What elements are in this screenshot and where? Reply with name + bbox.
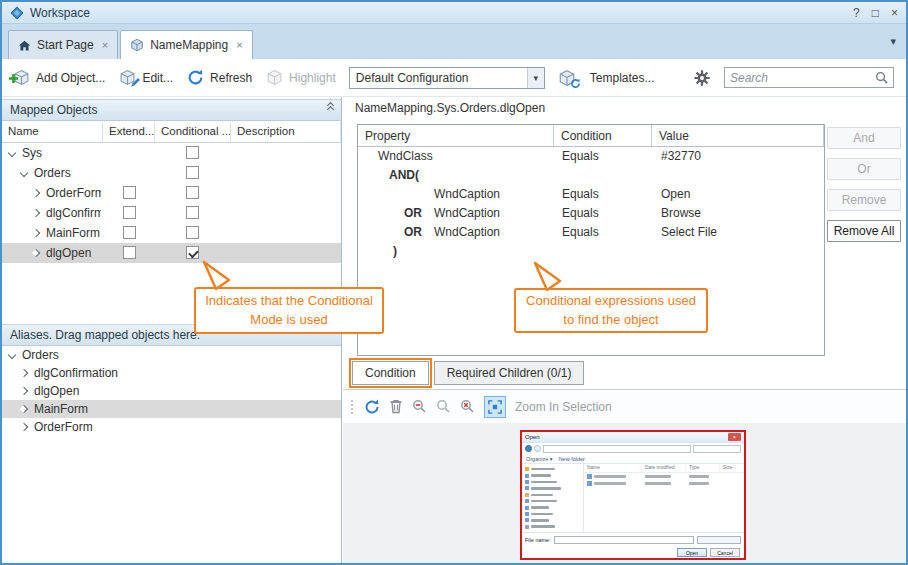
group-operator: AND( — [389, 168, 419, 182]
tree-item-dlgopen[interactable]: dlgOpen — [2, 243, 341, 263]
chevron-right-icon[interactable] — [20, 369, 28, 377]
condition-group-open[interactable]: AND( — [358, 166, 824, 185]
conditional-mode-checkbox[interactable] — [186, 146, 199, 159]
condition-row[interactable]: ORWndCaption Equals Select File — [358, 223, 824, 242]
tree-item-sys[interactable]: Sys — [2, 143, 341, 163]
extended-find-checkbox[interactable] — [123, 226, 136, 239]
chevron-right-icon[interactable] — [20, 423, 28, 431]
column-header-description[interactable]: Description — [231, 122, 341, 142]
chevron-right-icon[interactable] — [32, 209, 40, 217]
condition-row[interactable]: ORWndCaption Equals Browse — [358, 204, 824, 223]
zoom-in-selection-button[interactable] — [484, 396, 506, 418]
search-input[interactable] — [730, 71, 875, 85]
highlight-button[interactable]: Highlight — [265, 69, 336, 87]
or-button[interactable]: Or — [827, 158, 901, 180]
conditional-mode-checkbox[interactable] — [186, 166, 199, 179]
chevron-down-icon[interactable]: ▾ — [527, 68, 544, 88]
app-icon — [10, 6, 24, 20]
column-header-conditional[interactable]: Conditional ... — [155, 122, 231, 142]
tree-item-dlgconfirmation[interactable]: dlgConfirmation — [2, 203, 341, 223]
chevron-right-icon[interactable] — [20, 387, 28, 395]
close-tab-icon[interactable]: × — [236, 39, 242, 51]
object-image-thumbnail[interactable]: Open × Organize ▾ New folder — [520, 430, 746, 560]
condition-group-close[interactable]: ) — [358, 242, 824, 261]
alias-item-dlgopen[interactable]: dlgOpen — [2, 382, 341, 400]
alias-item-dlgconfirmation[interactable]: dlgConfirmation — [2, 364, 341, 382]
chevron-down-icon[interactable] — [20, 169, 28, 177]
extended-find-checkbox[interactable] — [123, 246, 136, 259]
settings-gear-icon[interactable] — [693, 69, 711, 87]
alias-item-orders[interactable]: Orders — [2, 346, 341, 364]
remove-button[interactable]: Remove — [827, 189, 901, 211]
refresh-button[interactable]: Refresh — [186, 69, 252, 87]
alias-item-mainform[interactable]: MainForm — [2, 400, 341, 418]
conditional-mode-checkbox[interactable] — [186, 246, 199, 259]
condition-row[interactable]: WndCaption Equals Open — [358, 185, 824, 204]
tree-item-orderform[interactable]: OrderForm — [2, 183, 341, 203]
column-header-extended[interactable]: Extend... — [103, 122, 155, 142]
column-header-property[interactable]: Property — [358, 125, 554, 146]
chevron-right-icon[interactable] — [32, 189, 40, 197]
chevron-down-icon[interactable] — [8, 149, 16, 157]
or-operator: OR — [404, 204, 422, 223]
remove-all-button[interactable]: Remove All — [827, 220, 901, 242]
open-button: Open — [677, 548, 707, 557]
tab-start-page[interactable]: Start Page × — [8, 30, 118, 59]
condition-row[interactable]: WndClass Equals #32770 — [358, 147, 824, 166]
tree-item-label: MainForm — [46, 223, 100, 243]
chevron-down-icon: ▾ — [550, 456, 553, 462]
collapse-pane-icon[interactable] — [328, 104, 333, 116]
chevron-right-icon[interactable] — [32, 249, 40, 257]
file-row — [584, 480, 744, 487]
condition-value: #32770 — [652, 147, 824, 166]
alias-item-orderform[interactable]: OrderForm — [2, 418, 341, 436]
conditional-mode-checkbox[interactable] — [186, 226, 199, 239]
help-button[interactable]: ? — [853, 6, 860, 20]
add-object-button[interactable]: Add Object... — [12, 69, 105, 87]
tab-condition[interactable]: Condition — [352, 361, 429, 385]
column-header-name[interactable]: Name — [2, 122, 103, 142]
zoom-in-selection-label: Zoom In Selection — [515, 400, 612, 414]
and-button[interactable]: And — [827, 127, 901, 149]
alias-item-label: MainForm — [34, 400, 88, 418]
callout-arrow — [530, 261, 564, 292]
toolbar-grip[interactable] — [351, 400, 353, 414]
manage-configurations-icon[interactable] — [558, 69, 577, 87]
tab-list-dropdown-icon[interactable]: ▾ — [890, 35, 900, 48]
file-column-size: Size — [720, 465, 736, 472]
dialog-title: Open — [525, 434, 540, 440]
conditional-mode-checkbox[interactable] — [186, 206, 199, 219]
maximize-button[interactable]: □ — [872, 6, 879, 20]
window-title: Workspace — [30, 6, 90, 20]
tab-required-children[interactable]: Required Children (0/1) — [434, 361, 585, 385]
tree-item-orders[interactable]: Orders — [2, 163, 341, 183]
delete-image-icon[interactable] — [389, 399, 403, 414]
search-icon — [875, 71, 888, 84]
tree-item-label: dlgConfirmation — [46, 203, 101, 223]
refresh-image-icon[interactable] — [364, 399, 380, 415]
extended-find-checkbox[interactable] — [123, 206, 136, 219]
zoom-out-icon[interactable] — [412, 399, 427, 414]
breadcrumb — [543, 445, 691, 453]
column-header-value[interactable]: Value — [652, 125, 824, 146]
extended-find-checkbox[interactable] — [123, 186, 136, 199]
tree-item-mainform[interactable]: MainForm — [2, 223, 341, 243]
close-button[interactable]: × — [891, 6, 898, 20]
image-toolbar: Zoom In Selection — [343, 390, 906, 423]
edit-button[interactable]: Edit... — [118, 69, 173, 87]
chevron-right-icon[interactable] — [20, 405, 28, 413]
chevron-down-icon[interactable] — [8, 351, 16, 359]
configuration-value: Default Configuration — [350, 71, 527, 85]
zoom-icon[interactable] — [436, 399, 451, 414]
column-header-condition[interactable]: Condition — [554, 125, 652, 146]
templates-button[interactable]: Templates... — [590, 71, 655, 85]
search-box[interactable] — [724, 67, 894, 88]
close-tab-icon[interactable]: × — [102, 39, 108, 51]
configuration-select[interactable]: Default Configuration ▾ — [349, 67, 545, 89]
chevron-right-icon[interactable] — [32, 229, 40, 237]
zoom-reset-icon[interactable] — [460, 399, 475, 414]
file-column-date: Date modified — [642, 465, 686, 472]
tab-namemapping[interactable]: NameMapping × — [120, 30, 252, 59]
conditional-mode-checkbox[interactable] — [186, 186, 199, 199]
callout-conditional-expressions: Conditional expressions used to find the… — [514, 288, 708, 333]
